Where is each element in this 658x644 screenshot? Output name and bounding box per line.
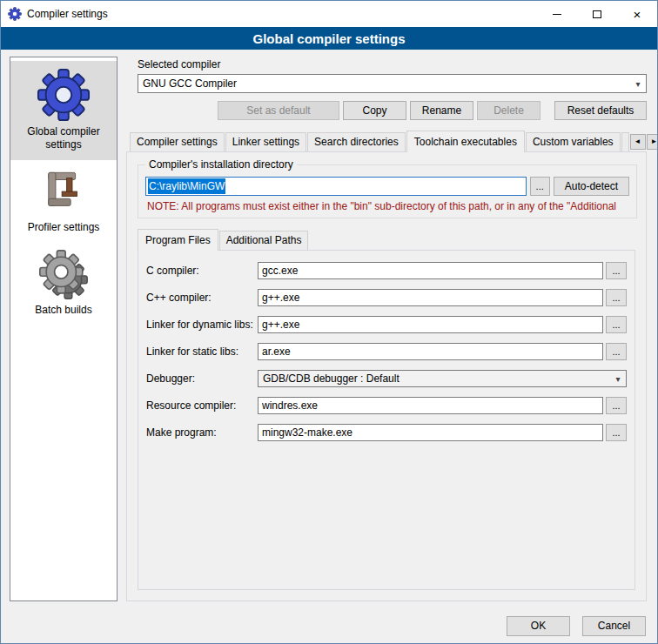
window-controls: × — [537, 1, 657, 27]
debugger-label: Debugger: — [146, 372, 258, 385]
dynamic-linker-label: Linker for dynamic libs: — [146, 319, 258, 331]
tab-linker-settings[interactable]: Linker settings — [225, 132, 306, 151]
c-compiler-row: C compiler: ... — [146, 262, 627, 279]
resource-compiler-row: Resource compiler: ... — [146, 397, 627, 414]
selected-compiler-value: GNU GCC Compiler — [138, 77, 630, 90]
dialog-header: Global compiler settings — [1, 27, 657, 50]
main-panel: Selected compiler GNU GCC Compiler ▾ Set… — [126, 57, 648, 601]
tab-program-files[interactable]: Program Files — [138, 229, 218, 251]
window-title: Compiler settings — [27, 8, 108, 20]
chevron-down-icon: ▾ — [610, 374, 626, 384]
sidebar-item-global-compiler-settings[interactable]: Global compiler settings — [10, 61, 117, 160]
static-linker-input[interactable] — [258, 343, 603, 360]
set-as-default-button[interactable]: Set as default — [218, 101, 339, 120]
rename-button[interactable]: Rename — [410, 101, 473, 120]
tab-search-directories[interactable]: Search directories — [307, 132, 406, 151]
make-program-row: Make program: ... — [146, 424, 627, 441]
cpp-compiler-row: C++ compiler: ... — [146, 289, 627, 306]
minimize-button[interactable] — [537, 1, 577, 27]
dialog-header-title: Global compiler settings — [252, 31, 405, 46]
browse-c-compiler-button[interactable]: ... — [606, 262, 627, 279]
installation-directory-row: C:\raylib\MinGW ... Auto-detect — [145, 177, 629, 196]
cpp-compiler-input[interactable] — [258, 289, 603, 306]
tab-scroll-right-button[interactable]: ► — [647, 134, 658, 150]
sidebar-item-label: Global compiler settings — [12, 125, 115, 151]
copy-button[interactable]: Copy — [343, 101, 406, 120]
installation-directory-input[interactable]: C:\raylib\MinGW — [145, 177, 527, 196]
dialog-body: Global compiler settings Profiler settin… — [1, 50, 657, 608]
browse-directory-button[interactable]: ... — [530, 177, 550, 196]
selected-compiler-combobox[interactable]: GNU GCC Compiler ▾ — [138, 74, 647, 93]
bin-subdirectory-note: NOTE: All programs must exist either in … — [147, 200, 628, 212]
resource-compiler-input[interactable] — [258, 397, 603, 414]
toolchain-executables-panel: Compiler's installation directory C:\ray… — [126, 151, 647, 601]
tab-scrollers: ◄ ► — [630, 134, 658, 151]
arrow-right-icon: ► — [651, 138, 658, 145]
chevron-down-icon: ▾ — [630, 79, 646, 89]
debugger-row: Debugger: GDB/CDB debugger : Default ▾ — [146, 370, 627, 387]
make-program-input[interactable] — [258, 424, 603, 441]
installation-directory-label: Compiler's installation directory — [145, 158, 297, 171]
close-button[interactable]: × — [617, 1, 657, 27]
maximize-icon — [593, 10, 601, 18]
close-icon: × — [634, 8, 641, 21]
sidebar-item-profiler-settings[interactable]: Profiler settings — [10, 160, 117, 243]
arrow-left-icon: ◄ — [634, 138, 641, 145]
program-files-panel: C compiler: ... C++ compiler: ... Linker… — [138, 250, 635, 590]
debugger-value: GDB/CDB debugger : Default — [258, 372, 610, 385]
program-files-tabstrip: Program Files Additional Paths — [138, 229, 635, 250]
ok-button[interactable]: OK — [507, 616, 570, 636]
cancel-button[interactable]: Cancel — [582, 616, 646, 636]
cpp-compiler-label: C++ compiler: — [146, 292, 258, 304]
tab-compiler-settings[interactable]: Compiler settings — [130, 132, 225, 151]
tab-scroll-left-button[interactable]: ◄ — [630, 134, 646, 150]
selected-compiler-label: Selected compiler — [138, 58, 648, 70]
static-linker-label: Linker for static libs: — [146, 345, 258, 358]
tab-custom-variables[interactable]: Custom variables — [526, 132, 621, 151]
tab-toolchain-executables[interactable]: Toolchain executables — [406, 131, 525, 152]
tab-additional-paths[interactable]: Additional Paths — [219, 231, 309, 250]
titlebar: Compiler settings × — [1, 1, 657, 27]
installation-directory-value: C:\raylib\MinGW — [148, 178, 225, 194]
compiler-settings-window: Compiler settings × Global compiler sett… — [0, 0, 658, 644]
browse-dynamic-linker-button[interactable]: ... — [606, 316, 627, 333]
reset-defaults-button[interactable]: Reset defaults — [554, 101, 647, 120]
minimize-icon — [553, 14, 561, 15]
compiler-action-buttons: Set as default Copy Rename Delete Reset … — [126, 101, 647, 120]
blue-gear-icon — [37, 68, 91, 122]
c-compiler-input[interactable] — [258, 262, 603, 279]
app-gear-icon — [8, 7, 22, 21]
sidebar-item-label: Batch builds — [12, 304, 115, 317]
gray-gear-icon — [38, 250, 89, 300]
browse-make-program-button[interactable]: ... — [606, 424, 627, 441]
browse-static-linker-button[interactable]: ... — [606, 343, 627, 360]
installation-directory-groupbox: Compiler's installation directory C:\ray… — [138, 164, 637, 218]
make-program-label: Make program: — [146, 426, 258, 439]
tab-build-options[interactable]: Build — [621, 132, 629, 151]
auto-detect-button[interactable]: Auto-detect — [554, 177, 629, 196]
sidebar-item-label: Profiler settings — [12, 221, 115, 234]
c-compiler-label: C compiler: — [146, 265, 258, 277]
settings-category-sidebar: Global compiler settings Profiler settin… — [10, 57, 118, 601]
settings-tabstrip: Compiler settings Linker settings Search… — [130, 131, 647, 151]
maximize-button[interactable] — [577, 1, 617, 27]
browse-cpp-compiler-button[interactable]: ... — [606, 289, 627, 306]
dialog-footer: OK Cancel — [1, 608, 657, 643]
static-linker-row: Linker for static libs: ... — [146, 343, 627, 360]
resource-compiler-label: Resource compiler: — [146, 399, 258, 412]
browse-resource-compiler-button[interactable]: ... — [606, 397, 627, 414]
sidebar-item-batch-builds[interactable]: Batch builds — [10, 243, 117, 325]
dynamic-linker-row: Linker for dynamic libs: ... — [146, 316, 627, 333]
dynamic-linker-input[interactable] — [258, 316, 603, 333]
delete-button[interactable]: Delete — [477, 101, 540, 120]
debugger-combobox[interactable]: GDB/CDB debugger : Default ▾ — [258, 370, 627, 387]
profiler-clamp-icon — [38, 167, 89, 218]
